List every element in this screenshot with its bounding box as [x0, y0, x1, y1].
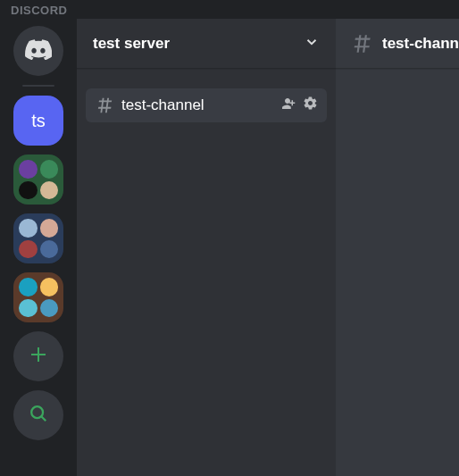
- main-layout: ts: [0, 19, 459, 476]
- chat-channel-title: test-chann: [382, 35, 459, 53]
- svg-point-2: [31, 406, 43, 418]
- folder-icon: [40, 278, 59, 296]
- folder-icon: [19, 181, 38, 200]
- server-name: test server: [93, 35, 170, 53]
- svg-line-3: [41, 416, 46, 421]
- folder-icon: [19, 160, 38, 179]
- folder-icon: [40, 240, 59, 259]
- channel-list: test-channel: [77, 69, 336, 122]
- home-button[interactable]: [13, 26, 63, 76]
- app-brand: DISCORD: [0, 0, 459, 19]
- folder-icon: [19, 299, 38, 318]
- server-rail: ts: [0, 19, 77, 476]
- server-folder-3[interactable]: [13, 272, 63, 322]
- create-invite-icon[interactable]: [280, 96, 296, 115]
- chevron-down-icon: [304, 34, 320, 54]
- server-header[interactable]: test server: [77, 19, 336, 69]
- discord-logo-icon: [25, 38, 52, 63]
- server-folder-2[interactable]: [13, 213, 63, 263]
- folder-icon: [40, 160, 59, 179]
- gear-icon[interactable]: [303, 96, 318, 115]
- server-folder-1[interactable]: [13, 154, 63, 205]
- explore-servers-button[interactable]: [13, 390, 63, 440]
- server-ts[interactable]: ts: [13, 96, 63, 146]
- search-icon: [29, 404, 48, 427]
- folder-icon: [19, 278, 38, 296]
- folder-icon: [40, 219, 59, 238]
- folder-icon: [40, 181, 59, 200]
- hash-icon: [350, 32, 373, 55]
- folder-icon: [40, 299, 59, 318]
- hash-icon: [95, 96, 114, 115]
- channel-sidebar: test server test-channel: [77, 19, 336, 476]
- channel-test-channel[interactable]: test-channel: [86, 88, 327, 122]
- chat-area: test-chann: [336, 19, 459, 476]
- folder-icon: [19, 219, 38, 238]
- folder-icon: [19, 240, 38, 259]
- plus-icon: [28, 344, 49, 369]
- add-server-button[interactable]: [13, 331, 63, 381]
- chat-header: test-chann: [336, 19, 459, 69]
- channel-name-label: test-channel: [121, 96, 280, 114]
- server-initials: ts: [31, 111, 46, 131]
- rail-divider: [22, 85, 54, 87]
